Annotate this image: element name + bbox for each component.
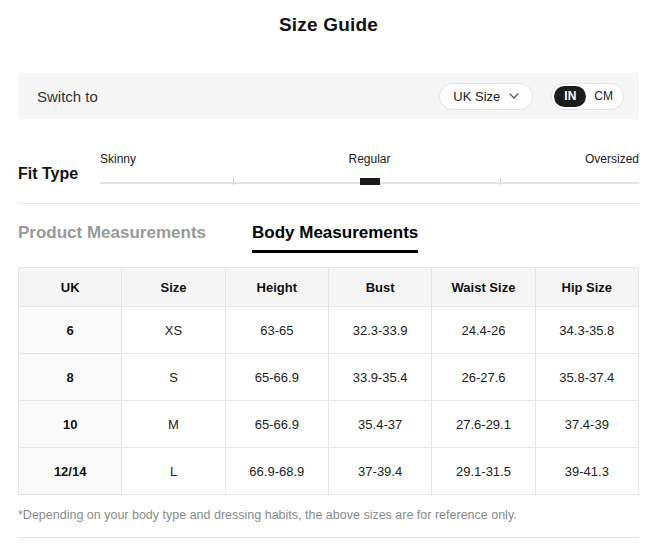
bottom-divider: [18, 537, 639, 538]
cell-height: 65-66.9: [225, 354, 328, 401]
cell-size: L: [122, 448, 225, 495]
unit-option-in[interactable]: IN: [554, 86, 586, 107]
cell-waist: 29.1-31.5: [432, 448, 535, 495]
header-hip-size: Hip Size: [535, 268, 638, 307]
table-row: 10 M 65-66.9 35.4-37 27.6-29.1 37.4-39: [19, 401, 639, 448]
cell-height: 65-66.9: [225, 401, 328, 448]
cell-uk: 6: [19, 307, 122, 354]
cell-size: M: [122, 401, 225, 448]
cell-waist: 26-27.6: [432, 354, 535, 401]
cell-hip: 34.3-35.8: [535, 307, 638, 354]
header-height: Height: [225, 268, 328, 307]
fit-type-slider[interactable]: Skinny Regular Oversized: [100, 152, 639, 185]
unit-option-cm[interactable]: CM: [586, 86, 621, 107]
cell-height: 63-65: [225, 307, 328, 354]
cell-uk: 12/14: [19, 448, 122, 495]
cell-waist: 24.4-26: [432, 307, 535, 354]
table-row: 12/14 L 66.9-68.9 37-39.4 29.1-31.5 39-4…: [19, 448, 639, 495]
page-title: Size Guide: [18, 0, 639, 36]
table-row: 6 XS 63-65 32.3-33.9 24.4-26 34.3-35.8: [19, 307, 639, 354]
cell-height: 66.9-68.9: [225, 448, 328, 495]
cell-hip: 39-41.3: [535, 448, 638, 495]
fit-option-skinny[interactable]: Skinny: [100, 152, 136, 166]
measurement-tabs: Product Measurements Body Measurements: [18, 223, 639, 253]
fit-type-track[interactable]: [100, 178, 639, 185]
track-tick: [500, 178, 501, 185]
cell-bust: 33.9-35.4: [328, 354, 431, 401]
section-divider: [18, 203, 639, 204]
cell-bust: 35.4-37: [328, 401, 431, 448]
fit-type-options: Skinny Regular Oversized: [100, 152, 639, 167]
tab-product-measurements[interactable]: Product Measurements: [18, 223, 206, 243]
tab-body-measurements[interactable]: Body Measurements: [252, 223, 418, 253]
unit-toggle: IN CM: [551, 83, 624, 110]
chevron-down-icon: [509, 93, 519, 99]
table-header-row: UK Size Height Bust Waist Size Hip Size: [19, 268, 639, 307]
cell-waist: 27.6-29.1: [432, 401, 535, 448]
fit-type-section: Fit Type Skinny Regular Oversized: [18, 152, 639, 185]
switch-to-bar: Switch to UK Size IN CM: [18, 73, 639, 119]
switch-controls: UK Size IN CM: [439, 83, 624, 110]
fit-option-regular[interactable]: Regular: [348, 152, 390, 166]
size-standard-value: UK Size: [453, 89, 500, 104]
header-waist-size: Waist Size: [432, 268, 535, 307]
cell-hip: 35.8-37.4: [535, 354, 638, 401]
track-tick: [233, 178, 234, 185]
header-uk: UK: [19, 268, 122, 307]
header-size: Size: [122, 268, 225, 307]
cell-uk: 8: [19, 354, 122, 401]
switch-to-label: Switch to: [37, 88, 98, 105]
cell-size: XS: [122, 307, 225, 354]
cell-bust: 37-39.4: [328, 448, 431, 495]
cell-hip: 37.4-39: [535, 401, 638, 448]
cell-size: S: [122, 354, 225, 401]
fit-type-label: Fit Type: [18, 152, 100, 185]
size-guide-panel: Size Guide Switch to UK Size IN CM Fit T…: [0, 0, 657, 538]
size-standard-dropdown[interactable]: UK Size: [439, 83, 533, 110]
fit-option-oversized[interactable]: Oversized: [585, 152, 639, 166]
cell-uk: 10: [19, 401, 122, 448]
table-row: 8 S 65-66.9 33.9-35.4 26-27.6 35.8-37.4: [19, 354, 639, 401]
header-bust: Bust: [328, 268, 431, 307]
fit-type-marker-handle[interactable]: [360, 178, 380, 185]
cell-bust: 32.3-33.9: [328, 307, 431, 354]
size-table: UK Size Height Bust Waist Size Hip Size …: [18, 267, 639, 495]
reference-footnote: *Depending on your body type and dressin…: [18, 508, 639, 522]
